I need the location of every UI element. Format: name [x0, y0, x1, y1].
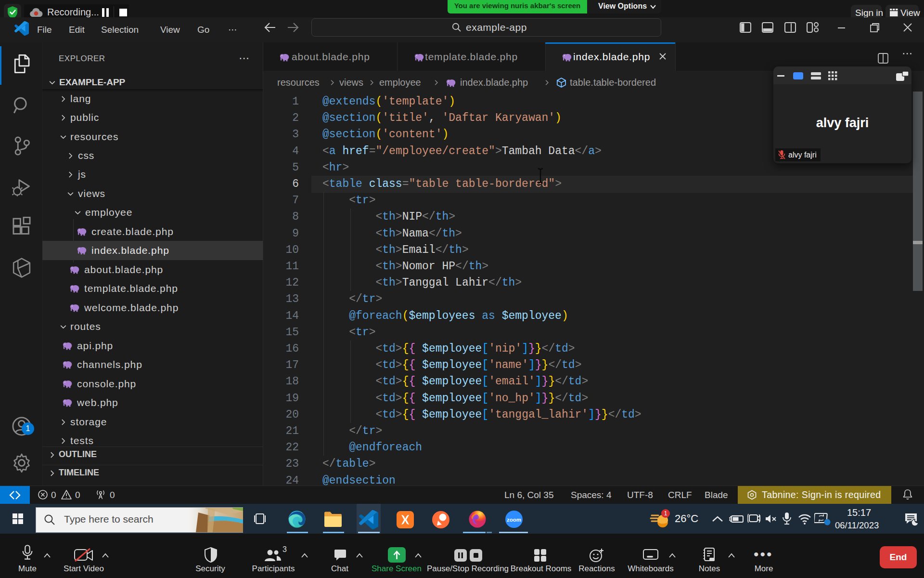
svg-text:zoom: zoom: [507, 517, 521, 523]
svg-text:1: 1: [664, 510, 667, 517]
